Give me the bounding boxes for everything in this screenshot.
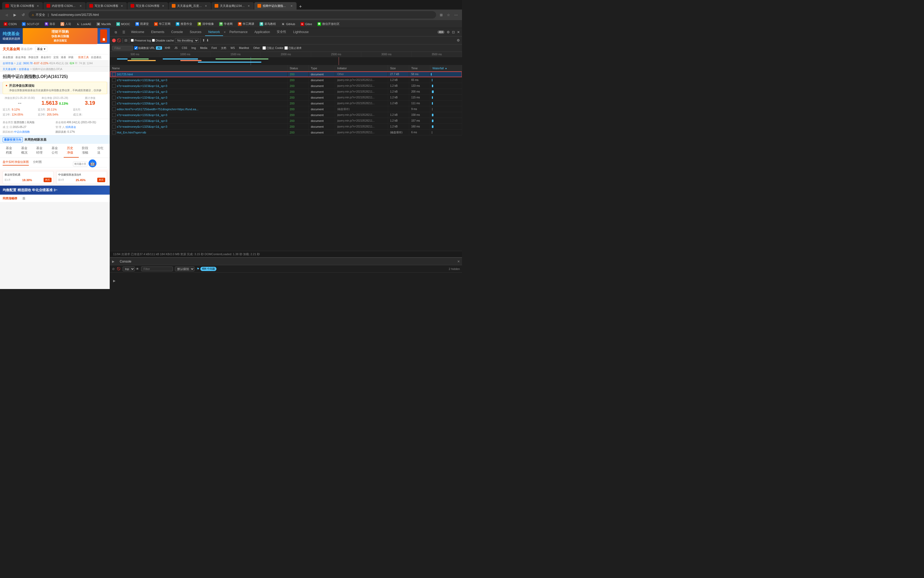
blocked-request-input[interactable]	[284, 46, 288, 50]
top-ad-right-btn[interactable]: 天天基金上海市	[100, 29, 107, 42]
table-row-4[interactable]: s?z=eastmoney&c=1324&op=1&_sp=3 200 docu…	[110, 95, 462, 101]
tab-3-close[interactable]: ✕	[120, 4, 124, 8]
filter-img[interactable]: Img	[190, 46, 198, 50]
breadcrumb-home[interactable]: 全球市场	[3, 62, 13, 65]
tab-1-close[interactable]: ✕	[36, 4, 40, 8]
filter-media[interactable]: Media	[198, 46, 209, 50]
th-time[interactable]: Time	[409, 65, 430, 71]
chart-tab-1[interactable]: 盘中实时净值估算图	[3, 160, 29, 166]
filter-manifest[interactable]: Manifest	[237, 46, 251, 50]
fund-tab-manager[interactable]: 基金经理	[33, 144, 49, 157]
table-row-9[interactable]: s?z=eastmoney&c=1325&op=1&_sp=3 200 docu…	[110, 124, 462, 130]
table-row-10[interactable]: Hot_Em.html?spm=xlb 200 document jquery.…	[110, 130, 462, 135]
tab-6-close[interactable]: ✕	[247, 4, 251, 8]
th-name[interactable]: Name	[110, 65, 288, 71]
filter-icon[interactable]: ⊟	[125, 38, 127, 42]
devtools-toggle-button[interactable]: ☰	[120, 29, 127, 36]
tab-7[interactable]: 招商中证白酒指数(LOF)A... ✕	[254, 2, 297, 10]
new-tab-button[interactable]: +	[297, 4, 304, 10]
fund-tab-perf[interactable]: 阶段涨幅	[79, 144, 94, 157]
console-expand-icon[interactable]: ▶	[112, 260, 114, 263]
tab-3[interactable]: 写文章-CSDN博客 ✕	[86, 2, 127, 10]
devtools-close-icon[interactable]: ✕	[457, 30, 460, 34]
devtools-tab-security[interactable]: 安全性	[274, 29, 289, 36]
devtools-tab-sources[interactable]: Sources	[186, 29, 204, 36]
console-expand-btn[interactable]: ⊘	[112, 267, 115, 271]
table-row-6[interactable]: editor.html?s=of161725&width=751&loginch…	[110, 106, 462, 112]
devtools-dock-button[interactable]: ⧉	[112, 29, 120, 36]
back-button[interactable]: ◀	[3, 11, 10, 18]
disable-cache-checkbox[interactable]: Disable cache	[152, 39, 174, 42]
fund-tab-company[interactable]: 基金公司	[49, 144, 64, 157]
tab-4-close[interactable]: ✕	[161, 4, 165, 8]
bottom-tab-ranking[interactable]: 同类涨幅榜	[3, 196, 17, 200]
bottom-tab-stock[interactable]: 股	[23, 196, 25, 200]
bookmark-csdn[interactable]: C CSDN	[2, 22, 18, 26]
throttle-select[interactable]: No throttling	[175, 38, 199, 43]
console-eye-icon[interactable]: 👁	[136, 267, 139, 271]
url-bar[interactable]: ⚠ 不安全 | fund.eastmoney.com/161725.html	[29, 11, 436, 18]
th-status[interactable]: Status	[288, 65, 309, 71]
hide-data-url-checkbox[interactable]: 隐藏数据 URL	[134, 46, 155, 50]
devtools-tab-welcome[interactable]: Welcome	[128, 29, 148, 36]
buy-btn-2[interactable]: 购买	[97, 178, 105, 182]
th-type[interactable]: Type	[309, 65, 335, 71]
th-initiator[interactable]: Initiator	[335, 65, 388, 71]
chart-tab-2[interactable]: 分时图	[33, 160, 42, 166]
tab-6[interactable]: 天天基金网(1234567.com... ✕	[211, 2, 254, 10]
table-row-2[interactable]: s?z=eastmoney&c=1323&op=1&_sp=3 200 docu…	[110, 83, 462, 89]
console-filter-input[interactable]	[141, 266, 173, 271]
bookmark-ppa[interactable]: 推 推普作业	[174, 21, 194, 26]
preserve-log-checkbox[interactable]: Preserve log	[131, 39, 151, 42]
bookmark-github[interactable]: G GitHub	[280, 22, 297, 26]
devtools-tab-network[interactable]: Network	[205, 29, 223, 36]
filter-input[interactable]	[112, 46, 133, 50]
devtools-tab-elements[interactable]: Elements	[148, 29, 168, 36]
devtools-tab-performance[interactable]: Performance	[226, 29, 251, 36]
chat-button[interactable]: 🤖	[89, 159, 96, 167]
clear-button[interactable]: 🚫	[117, 38, 121, 42]
table-row-3[interactable]: s?z=eastmoney&c=1321&op=1&_sp=3 200 docu…	[110, 89, 462, 95]
settings-gear-icon[interactable]: ⚙	[457, 38, 460, 42]
nav-select[interactable]: 基金 ▾	[35, 46, 47, 52]
bookmark-renl[interactable]: 人 人论	[59, 21, 73, 26]
record-button[interactable]	[112, 39, 116, 42]
console-level-select[interactable]: 默认级别	[175, 266, 195, 271]
console-clear-btn[interactable]: 🚫	[117, 267, 120, 271]
bookmark-wxdev[interactable]: 微 微信开放社区	[316, 21, 341, 26]
devtools-tab-lighthouse[interactable]: Lighthouse	[290, 29, 312, 36]
console-context-select[interactable]: top	[123, 266, 135, 271]
table-row-8[interactable]: s?z=eastmoney&c=1333&op=1&_sp=3 200 docu…	[110, 118, 462, 124]
filter-font[interactable]: Font	[210, 46, 218, 50]
bookmark-luogu[interactable]: 洛 洛谷	[43, 21, 57, 26]
filter-other[interactable]: Other	[251, 46, 261, 50]
fund-tab-archive[interactable]: 基金档案	[3, 144, 18, 157]
blocked-cookie-checkbox[interactable]: 已阻止 Cookie	[263, 46, 283, 50]
bookmark-lookae[interactable]: L LookAE	[75, 22, 93, 26]
table-row-0[interactable]: 161725.html 200 document Other 27.7 kB 5…	[110, 71, 462, 77]
import-button[interactable]: ⬆	[202, 38, 205, 42]
tab-5[interactable]: 天天基金网_百度搜索 ✕	[169, 2, 211, 10]
blocked-request-checkbox[interactable]: 已阻止请求	[284, 46, 302, 50]
fund-tab-overview[interactable]: 基金概况	[18, 144, 33, 157]
fund-tab-dividend[interactable]: 分红送	[94, 144, 107, 157]
filter-ws[interactable]: WS	[229, 46, 236, 50]
tab-7-close[interactable]: ✕	[290, 4, 293, 8]
th-size[interactable]: Size	[388, 65, 409, 71]
bookmark-macwk[interactable]: M MacWk	[95, 22, 113, 26]
table-row-1[interactable]: s?z=eastmoney&c=1322&op=1&_sp=3 200 docu…	[110, 77, 462, 83]
preserve-log-input[interactable]	[131, 39, 134, 42]
devtools-settings-icon[interactable]: ⚙	[447, 30, 450, 34]
bookmark-hwcourse[interactable]: 华 华工网课	[236, 21, 256, 26]
bookmark-tsinghua[interactable]: 清 清华镜像	[196, 21, 216, 26]
tab-1[interactable]: 写文章-CSDN博客 ✕	[2, 2, 43, 10]
bookmark-gitee[interactable]: G Gitee	[299, 22, 314, 26]
disable-cache-input[interactable]	[152, 39, 155, 42]
bookmark-hust[interactable]: H 华工官网	[152, 21, 172, 26]
th-waterfall[interactable]: Waterfall ▲	[430, 65, 462, 71]
bookmark-button[interactable]: ☆	[446, 12, 451, 18]
hide-data-url-input[interactable]	[134, 46, 138, 50]
filter-all[interactable]: All	[156, 46, 162, 50]
filter-xhr[interactable]: XHR	[163, 46, 172, 50]
table-row-5[interactable]: s?z=eastmoney&c=1326&op=1&_sp=3 200 docu…	[110, 101, 462, 106]
